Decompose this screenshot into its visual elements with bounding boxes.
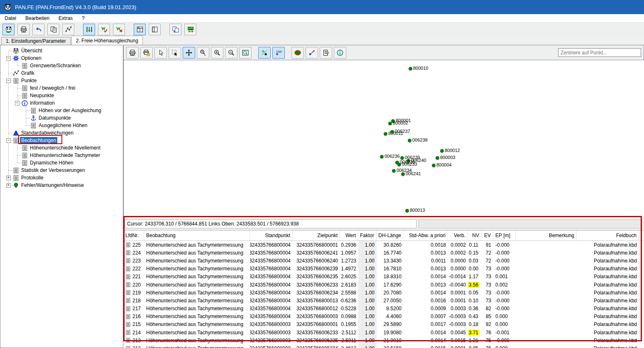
collapse-expander[interactable]: −: [6, 78, 11, 83]
table-row-215[interactable]: 215Höhenunterschied aus Tachymetermessun…: [123, 321, 644, 328]
plot-point-800004[interactable]: [432, 164, 436, 167]
zoom-cursor-button[interactable]: [197, 47, 209, 59]
column-header-verb[interactable]: Verb.: [448, 230, 468, 240]
table-row-218[interactable]: 218Höhenunterschied aus Tachymetermessun…: [123, 297, 644, 304]
menu-extras[interactable]: Extras: [54, 15, 77, 22]
column-header-feldbuch[interactable]: Feldbuch: [577, 230, 639, 240]
pan-button[interactable]: [183, 47, 195, 59]
expand-expander[interactable]: +: [6, 183, 11, 188]
print-settings-button[interactable]: [140, 47, 153, 59]
plot-point-006233[interactable]: [397, 163, 401, 167]
plot-point-006241[interactable]: [401, 172, 405, 176]
sidebar-item-datumspunkte[interactable]: Datumspunkte: [0, 114, 123, 122]
switch-windows-button[interactable]: [169, 24, 181, 35]
info-button[interactable]: [334, 47, 346, 59]
plot-point-800010[interactable]: [409, 67, 412, 71]
menu-datei[interactable]: Datei: [0, 15, 21, 22]
layout-columns-button[interactable]: [149, 24, 161, 35]
toggle-error-ellipses-button[interactable]: [291, 47, 304, 59]
plot-point-006238[interactable]: [408, 139, 411, 142]
height-adjustment-button[interactable]: [83, 24, 95, 35]
properties-button[interactable]: [320, 47, 332, 59]
table-row-219[interactable]: 219Höhenunterschied aus Tachymetermessun…: [123, 289, 644, 297]
toggle-vectors-button[interactable]: [306, 47, 318, 59]
column-header-standpunkt[interactable]: Standpunkt: [250, 230, 293, 240]
plot-point-006237[interactable]: [390, 130, 394, 134]
column-header-lfdnr[interactable]: LfdNr.: [123, 230, 144, 240]
table-row-217[interactable]: 217Höhenunterschied aus Tachymetermessun…: [123, 305, 644, 313]
table-row-213[interactable]: 213Höhenunterschied aus Tachymetermessun…: [123, 336, 644, 344]
table-row-225[interactable]: 225Höhenunterschied aus Tachymetermessun…: [123, 241, 644, 249]
sidebar-item-dynamische-höhen[interactable]: Dynamische Höhen: [0, 159, 123, 167]
zoom-window-button[interactable]: [239, 47, 252, 59]
column-header-wert[interactable]: Wert: [340, 230, 358, 240]
toggle-point-labels-button[interactable]: 1341: [272, 47, 285, 59]
sidebar-item-statistik-der-verbesserungen[interactable]: Statistik der Verbesserungen: [0, 167, 123, 174]
plot-point-800002[interactable]: [388, 122, 392, 125]
plot-point-800011[interactable]: [384, 132, 387, 136]
export-button[interactable]: [184, 24, 196, 35]
column-header-ev[interactable]: EV: [482, 230, 493, 240]
sidebar-item-standardabweichungen[interactable]: Standardabweichungen: [0, 129, 123, 137]
sidebar-item-protokolle[interactable]: +Protokolle: [0, 174, 123, 181]
column-header-bemerkung[interactable]: Bemerkung: [516, 230, 577, 240]
plot-canvas[interactable]: 8000108000018000028000110062370062388000…: [123, 60, 644, 216]
layout-split-button[interactable]: [134, 24, 146, 35]
sidebar-item-übersicht[interactable]: Übersicht: [0, 47, 123, 54]
plot-point-006236[interactable]: [380, 155, 384, 159]
plot-point-006234[interactable]: [392, 169, 396, 173]
sidebar-item-information[interactable]: −Information: [0, 99, 123, 107]
graphic-button[interactable]: [62, 24, 74, 35]
select-region-button[interactable]: [169, 47, 181, 59]
table-row-220[interactable]: 220Höhenunterschied aus Tachymetermessun…: [123, 281, 644, 289]
table-row-223[interactable]: 223Höhenunterschied aus Tachymetermessun…: [123, 257, 644, 265]
sidebar-item-beobachtungen[interactable]: −Beobachtungen: [0, 137, 123, 144]
table-row-221[interactable]: 221Höhenunterschied aus Tachymetermessun…: [123, 273, 644, 281]
table-row-212[interactable]: 212Höhenunterschied aus Tachymetermessun…: [123, 344, 644, 348]
select-cursor-button[interactable]: [154, 47, 167, 59]
project-button[interactable]: [2, 24, 15, 35]
column-header-zielpunkt[interactable]: Zielpunkt: [293, 230, 340, 240]
tab-2[interactable]: 2. Freie Höhenausgleichung: [71, 36, 143, 45]
sidebar-item-ausgeglichene-höhen[interactable]: Ausgeglichene Höhen: [0, 122, 123, 129]
collapse-expander[interactable]: −: [6, 138, 11, 143]
print-button[interactable]: [126, 47, 139, 59]
collapse-expander[interactable]: −: [6, 56, 11, 61]
expand-expander[interactable]: +: [6, 176, 11, 180]
column-header-faktor[interactable]: Faktor: [358, 230, 377, 240]
sidebar-item-grenzwerte-schranken[interactable]: Grenzwerte/Schranken: [0, 62, 123, 69]
center-on-point-input[interactable]: [558, 48, 641, 57]
undo-button[interactable]: [32, 24, 44, 35]
collapse-expander[interactable]: −: [15, 101, 20, 105]
accept-observations-button[interactable]: [98, 24, 110, 35]
copy-button[interactable]: [47, 24, 59, 35]
sidebar-item-optionen[interactable]: −Optionen: [0, 54, 123, 62]
column-header-dh[interactable]: DH-Länge: [377, 230, 404, 240]
plot-point-800003[interactable]: [436, 156, 439, 160]
sidebar-item-neupunkte[interactable]: Neupunkte: [0, 92, 123, 99]
zoom-out-button[interactable]: [225, 47, 238, 59]
column-header-nv[interactable]: NV: [468, 230, 482, 240]
plot-point-800013[interactable]: [405, 209, 409, 213]
sidebar-item-punkte[interactable]: −Punkte: [0, 77, 123, 84]
toggle-points-button[interactable]: [258, 47, 271, 59]
print-button[interactable]: [17, 24, 29, 35]
sidebar-item-höhenunterschiede-tachymeter[interactable]: Höhenunterschiede Tachymeter: [0, 152, 123, 159]
tab-1[interactable]: 1. Einstellungen/Parameter: [1, 37, 71, 45]
column-header-ep[interactable]: EP [m]: [493, 230, 516, 240]
plot-point-800012[interactable]: [440, 149, 444, 153]
sidebar-item-fehler-warnungen-hinweise[interactable]: +Fehler/Warnungen/Hinweise: [0, 181, 123, 189]
sidebar-item-grafik[interactable]: Grafik: [0, 69, 123, 77]
menu-?[interactable]: ?: [77, 15, 89, 22]
table-row-214[interactable]: 214Höhenunterschied aus Tachymetermessun…: [123, 328, 644, 336]
column-header-stdabw[interactable]: Std-Abw. a priori: [404, 230, 448, 240]
column-header-beobachtung[interactable]: Beobachtung: [144, 230, 250, 240]
sidebar-item-höhen-vor-der-ausgleichung[interactable]: Höhen vor der Ausgleichung: [0, 107, 123, 114]
sidebar-item-höhenunterschiede-nivellement[interactable]: Höhenunterschiede Nivellement: [0, 144, 123, 152]
table-row-222[interactable]: 222Höhenunterschied aus Tachymetermessun…: [123, 265, 644, 273]
sidebar-item-fest-beweglich-frei[interactable]: fest / beweglich / frei: [0, 84, 123, 92]
menu-bearbeiten[interactable]: Bearbeiten: [21, 15, 54, 22]
table-row-224[interactable]: 224Höhenunterschied aus Tachymetermessun…: [123, 249, 644, 257]
zoom-in-button[interactable]: [211, 47, 223, 59]
table-row-216[interactable]: 216Höhenunterschied aus Tachymetermessun…: [123, 313, 644, 321]
